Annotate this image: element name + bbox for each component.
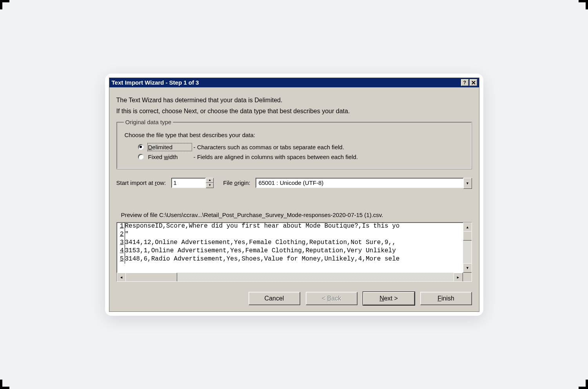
row-text: " bbox=[125, 231, 463, 239]
scroll-left-icon[interactable]: ◄ bbox=[117, 273, 126, 282]
option-fixed-width-label: Fixed width bbox=[148, 154, 191, 160]
option-delimited-label: Delimited bbox=[148, 144, 191, 150]
scroll-right-icon[interactable]: ► bbox=[454, 273, 463, 282]
row-text: ResponseID,Score,Where did you first hea… bbox=[125, 223, 463, 231]
preview-row: 2 " bbox=[117, 231, 463, 239]
cancel-button[interactable]: Cancel bbox=[249, 292, 300, 305]
help-icon: ? bbox=[463, 80, 466, 85]
row-number: 1 bbox=[117, 223, 125, 231]
scroll-corner bbox=[463, 273, 472, 281]
option-delimited-desc: - Characters such as commas or tabs sepa… bbox=[194, 144, 465, 150]
finish-button-label: Finish bbox=[437, 295, 454, 302]
back-button: < Back bbox=[306, 292, 358, 305]
close-icon bbox=[472, 81, 475, 85]
preview-row: 4 3153,1,Online Advertisement,Yes,Female… bbox=[117, 247, 463, 255]
card-wrapper: Text Import Wizard - Step 1 of 3 ? The T… bbox=[105, 74, 483, 316]
back-button-label: < Back bbox=[322, 295, 341, 302]
start-row-label: Start import at row: bbox=[116, 179, 166, 186]
help-button[interactable]: ? bbox=[461, 79, 469, 86]
option-fixed-width-desc: - Fields are aligned in columns with spa… bbox=[194, 154, 465, 160]
preview-row: 1 ResponseID,Score,Where did you first h… bbox=[117, 223, 463, 231]
preview-row: 3 3414,12,Online Advertisement,Yes,Femal… bbox=[117, 239, 463, 247]
next-button[interactable]: Next > bbox=[363, 292, 415, 305]
spinner-down-icon[interactable]: ▼ bbox=[206, 183, 214, 188]
scroll-down-icon[interactable]: ▼ bbox=[463, 263, 472, 273]
scroll-thumb[interactable] bbox=[463, 231, 472, 241]
row-number: 2 bbox=[117, 231, 125, 239]
window-title: Text Import Wizard - Step 1 of 3 bbox=[112, 79, 199, 86]
file-origin-label: File origin: bbox=[223, 179, 250, 186]
row-text: 3148,6,Radio Advertisement,Yes,Shoes,Val… bbox=[125, 255, 463, 264]
row-number: 4 bbox=[117, 247, 125, 255]
group-instruction: Choose the file type that best describes… bbox=[125, 132, 465, 138]
row-number: 3 bbox=[117, 239, 125, 247]
title-bar: Text Import Wizard - Step 1 of 3 ? bbox=[109, 78, 479, 87]
file-origin-combo[interactable]: ▼ bbox=[256, 178, 472, 188]
row-number: 5 bbox=[117, 255, 125, 264]
text-import-wizard-dialog: Text Import Wizard - Step 1 of 3 ? The T… bbox=[109, 78, 479, 312]
finish-button[interactable]: Finish bbox=[420, 292, 472, 305]
option-fixed-width[interactable]: Fixed width - Fields are aligned in colu… bbox=[138, 152, 465, 162]
original-data-type-group: Original data type Choose the file type … bbox=[116, 119, 472, 169]
horizontal-scrollbar[interactable]: ◄ ► bbox=[117, 273, 463, 281]
start-row-spinner[interactable]: ▲ ▼ bbox=[171, 178, 214, 188]
preview-box: 1 ResponseID,Score,Where did you first h… bbox=[116, 222, 472, 282]
group-legend: Original data type bbox=[124, 119, 173, 125]
intro-line-1: The Text Wizard has determined that your… bbox=[116, 97, 472, 104]
chevron-down-icon[interactable]: ▼ bbox=[463, 178, 472, 189]
scroll-up-icon[interactable]: ▲ bbox=[463, 223, 472, 232]
scroll-thumb[interactable] bbox=[125, 273, 177, 282]
preview-label: Preview of file C:\Users\ccrav...\Retail… bbox=[121, 212, 472, 218]
option-delimited[interactable]: Delimited - Characters such as commas or… bbox=[138, 142, 465, 152]
spinner-up-icon[interactable]: ▲ bbox=[206, 178, 214, 183]
radio-icon bbox=[138, 154, 143, 159]
start-row-input[interactable] bbox=[171, 178, 206, 188]
radio-icon bbox=[138, 144, 143, 150]
vertical-scrollbar[interactable]: ▲ ▼ bbox=[463, 223, 472, 273]
next-button-label: Next > bbox=[379, 295, 398, 302]
intro-line-2: If this is correct, choose Next, or choo… bbox=[116, 108, 472, 115]
cancel-button-label: Cancel bbox=[265, 295, 284, 302]
close-button[interactable] bbox=[470, 79, 477, 86]
file-origin-input[interactable] bbox=[256, 178, 463, 188]
preview-row: 5 3148,6,Radio Advertisement,Yes,Shoes,V… bbox=[117, 255, 463, 264]
row-text: 3414,12,Online Advertisement,Yes,Female … bbox=[125, 239, 463, 247]
row-text: 3153,1,Online Advertisement,Yes,Female C… bbox=[125, 247, 463, 255]
